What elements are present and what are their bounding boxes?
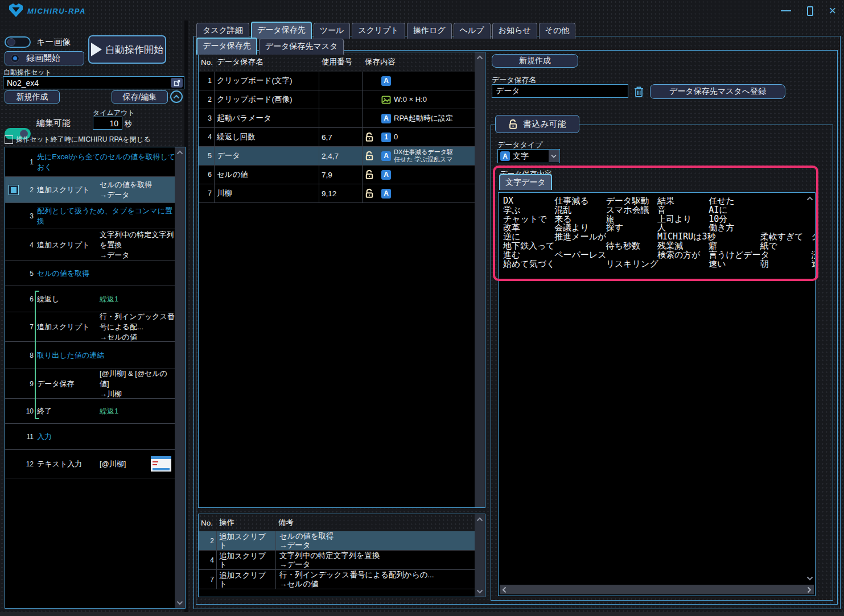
ops-table-row[interactable]: 4追加スクリプト文字列中の特定文字列を置換 →データ: [199, 551, 475, 570]
sub-tab[interactable]: データ保存先マスタ: [259, 39, 344, 55]
step-row[interactable]: 10終了繰返1: [5, 399, 176, 424]
store-table-row[interactable]: 7川柳9,12A: [199, 184, 475, 203]
main-tab[interactable]: スクリプト: [352, 23, 405, 39]
record-start-button[interactable]: 録画開始: [5, 51, 84, 65]
close-on-end-label: 操作セット終了時にMICHIRU RPAを閉じる: [16, 135, 150, 144]
text-data-panel: DX 仕事減る データ駆動 結果 任せた 学ぶ 混乱 スマホ会議 音 AIに チ…: [498, 192, 816, 596]
writable-button[interactable]: 書込み可能: [495, 115, 579, 133]
step-row[interactable]: 1先にExcelから全てのセルの値を取得しておく: [5, 147, 176, 177]
main-tab[interactable]: タスク詳細: [196, 23, 249, 39]
checkbox-icon[interactable]: [5, 135, 13, 144]
main-tab[interactable]: その他: [539, 23, 576, 39]
step-number: 4: [22, 241, 34, 249]
step-row[interactable]: 4追加スクリプト文字列中の特定文字列を置換 →データ: [5, 229, 176, 261]
sidebar: キー画像 自動操作開始 録画開始 自動操作セット No2_ex4 新規作成 保存…: [0, 20, 188, 612]
steps-scrollbar[interactable]: [175, 147, 185, 608]
row-number: 7: [199, 570, 217, 589]
sub-tab[interactable]: データ保存先: [196, 38, 257, 55]
minimize-icon[interactable]: [777, 5, 794, 17]
data-type-select[interactable]: A 文字: [497, 149, 560, 163]
row-number: 4: [199, 128, 215, 146]
step-row[interactable]: 11入力: [5, 424, 176, 450]
timeout-input[interactable]: 10: [93, 117, 122, 130]
step-row[interactable]: 2追加スクリプトセルの値を取得 →データ: [5, 177, 176, 203]
save-edit-button[interactable]: 保存/編集: [112, 90, 168, 104]
sidebar-new-button[interactable]: 新規作成: [5, 90, 60, 104]
step-number: 12: [22, 460, 34, 468]
unlock-icon: [365, 132, 374, 142]
key-image-label: キー画像: [36, 37, 71, 48]
ops-note: セルの値を取得 →データ: [276, 531, 475, 550]
row-number: 7: [199, 184, 215, 202]
step-row[interactable]: 8取り出した値の連結: [5, 342, 176, 369]
store-name: 起動パラメータ: [215, 109, 319, 127]
main-tab[interactable]: お知らせ: [492, 23, 537, 39]
step-title: 追加スクリプト: [34, 322, 97, 332]
horizontal-scrollbar[interactable]: [500, 585, 814, 594]
step-row[interactable]: 6繰返し繰返1: [5, 286, 176, 312]
radio-icon: [11, 54, 19, 63]
tab-text-data[interactable]: 文字データ: [499, 174, 552, 190]
store-table-row[interactable]: 3起動パラメータARPA起動時に設定: [199, 109, 475, 128]
maximize-icon[interactable]: [801, 5, 818, 17]
chevron-down-icon[interactable]: [549, 150, 559, 162]
step-desc: [@川柳]: [97, 459, 151, 469]
key-image-toggle[interactable]: [5, 36, 31, 48]
main-tab[interactable]: データ保存先: [251, 22, 312, 39]
close-icon[interactable]: ×: [824, 5, 841, 17]
step-desc: 配列として扱うため、タブをコンマに置換: [34, 206, 176, 226]
register-master-button[interactable]: データ保存先マスタへ登録: [650, 84, 785, 99]
step-desc: 繰返1: [97, 294, 176, 304]
text-type-icon: A: [500, 151, 510, 161]
trash-icon[interactable]: [632, 85, 645, 98]
operations-table-header: No.操作備考: [199, 514, 475, 531]
store-table-row[interactable]: 2クリップボード(画像)W:0 × H:0: [199, 90, 475, 109]
image-type-icon: [381, 95, 391, 105]
step-thumbnail: [151, 456, 171, 472]
main-tab[interactable]: ツール: [314, 23, 351, 39]
ops-header-cell: 備考: [276, 514, 475, 531]
right-new-button[interactable]: 新規作成: [492, 54, 578, 68]
auto-set-input[interactable]: No2_ex4: [3, 76, 184, 89]
step-checkbox-icon[interactable]: [9, 185, 19, 195]
store-table-row[interactable]: 4繰返し回数6,710: [199, 128, 475, 147]
collapse-up-button[interactable]: [170, 90, 183, 103]
step-row[interactable]: 7追加スクリプト行・列インデックス番号による配... →セルの値: [5, 312, 176, 342]
ops-table-row[interactable]: 7追加スクリプト行・列インデックス番号による配列からの... →セルの値: [199, 570, 475, 589]
main-tab[interactable]: ヘルプ: [454, 23, 491, 39]
row-number: 2: [199, 90, 215, 109]
unlock-icon: [365, 188, 374, 199]
store-table-row[interactable]: 1クリップボード(文字)A: [199, 72, 475, 90]
data-store-table: No.データ保存名使用番号保存内容 1クリップボード(文字)A2クリップボード(…: [198, 52, 485, 508]
step-row[interactable]: 5セルの値を取得: [5, 261, 176, 286]
data-name-input[interactable]: データ: [492, 84, 628, 98]
usage-numbers: 9,12: [319, 184, 363, 202]
step-number: 10: [22, 407, 34, 415]
store-table-row[interactable]: 6セルの値7,9A: [199, 166, 475, 184]
store-header-cell: No.: [199, 52, 215, 72]
open-external-icon[interactable]: [171, 78, 183, 88]
step-number: 1: [22, 158, 34, 166]
auto-start-button[interactable]: 自動操作開始: [88, 35, 166, 64]
store-table-scrollbar[interactable]: [475, 52, 485, 507]
step-desc: 繰返1: [97, 406, 176, 416]
store-table-row[interactable]: 5データ2,4,7ADX仕事減るデータ駆 任せた 学ぶ混乱スマ: [199, 147, 475, 166]
store-name: クリップボード(文字): [215, 72, 319, 90]
step-desc: セルの値を取得 →データ: [97, 180, 176, 200]
store-header-cell: 保存内容: [363, 52, 475, 72]
close-on-end-row[interactable]: 操作セット終了時にMICHIRU RPAを閉じる: [5, 135, 150, 144]
text-data-area[interactable]: DX 仕事減る データ駆動 結果 任せた 学ぶ 混乱 スマホ会議 音 AIに チ…: [499, 193, 815, 272]
row-number: 3: [199, 109, 215, 127]
step-row[interactable]: 3配列として扱うため、タブをコンマに置換: [5, 203, 176, 229]
step-row[interactable]: 12テキスト入力[@川柳]: [5, 450, 176, 478]
store-name: 川柳: [215, 184, 319, 202]
main-tab-bar: タスク詳細データ保存先ツールスクリプト操作ログヘルプお知らせその他: [196, 22, 575, 39]
step-number: 7: [22, 323, 34, 331]
store-content: A: [363, 166, 475, 184]
ops-table-row[interactable]: 2追加スクリプトセルの値を取得 →データ: [199, 531, 475, 551]
step-row[interactable]: 9データ保存[@川柳] & [@セルの値] →川柳: [5, 369, 176, 399]
main-tab[interactable]: 操作ログ: [407, 23, 452, 39]
row-number: 4: [199, 551, 217, 569]
step-desc: 入力: [34, 432, 176, 442]
operations-table-scrollbar[interactable]: [475, 514, 485, 597]
